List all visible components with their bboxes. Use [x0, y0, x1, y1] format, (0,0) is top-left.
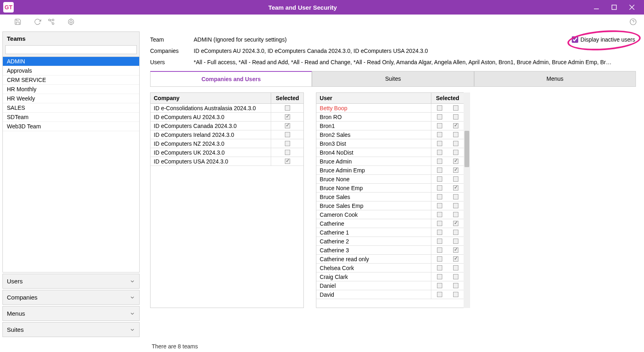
checkbox-icon[interactable] [453, 194, 458, 199]
table-row[interactable]: Bruce Sales [316, 193, 464, 201]
help-button[interactable] [627, 16, 639, 28]
checkbox-icon[interactable] [453, 221, 458, 226]
checkbox-icon[interactable] [285, 114, 290, 119]
table-row[interactable]: Bron4 NoDist [316, 148, 464, 157]
checkbox-icon[interactable] [285, 150, 290, 155]
table-row[interactable]: Betty Boop [316, 104, 464, 113]
close-button[interactable] [623, 1, 641, 13]
checkbox-icon[interactable] [285, 105, 290, 111]
checkbox-icon[interactable] [453, 203, 458, 208]
team-item[interactable]: HR Monthly [3, 85, 139, 94]
checkbox-icon[interactable] [437, 274, 442, 279]
table-row[interactable]: Bruce Admin [316, 157, 464, 166]
checkbox-icon[interactable] [437, 123, 442, 128]
tab-suites[interactable]: Suites [312, 71, 474, 86]
refresh-button[interactable] [31, 15, 44, 29]
checkbox-icon[interactable] [437, 212, 442, 217]
checkbox-icon[interactable] [453, 114, 458, 119]
checkbox-icon[interactable] [437, 292, 442, 297]
checkbox-icon[interactable] [453, 105, 458, 111]
table-row[interactable]: Catherine read only [316, 255, 464, 264]
checkbox-icon[interactable] [453, 292, 458, 297]
checkbox-icon[interactable] [453, 141, 458, 146]
checkbox-icon[interactable] [437, 283, 442, 288]
team-item[interactable]: Approvals [3, 66, 139, 75]
team-item[interactable]: Web3D Team [3, 122, 139, 131]
checkbox-icon[interactable] [453, 256, 458, 262]
table-row[interactable]: ID eComputers Ireland 2024.3.0 [151, 130, 303, 139]
checkbox-icon[interactable] [437, 247, 442, 253]
table-row[interactable]: David [316, 290, 464, 299]
tab-companies-and-users[interactable]: Companies and Users [150, 71, 312, 86]
table-row[interactable]: Bruce Sales Emp [316, 201, 464, 210]
checkbox-icon[interactable] [437, 105, 442, 111]
checkbox-icon[interactable] [453, 185, 458, 191]
checkbox-icon[interactable] [437, 132, 442, 137]
checkbox-icon[interactable] [285, 141, 290, 146]
target-button[interactable] [58, 15, 84, 29]
table-row[interactable]: Catherine 1 [316, 228, 464, 237]
company-column-header[interactable]: Company [151, 93, 271, 103]
table-row[interactable]: ID eComputers USA 2024.3.0 [151, 157, 303, 166]
company-selected-header[interactable]: Selected [271, 93, 303, 103]
checkbox-icon[interactable] [437, 168, 442, 173]
checkbox-icon[interactable] [437, 239, 442, 244]
checkbox-icon[interactable] [453, 212, 458, 217]
user-column-header[interactable]: User [316, 93, 431, 103]
table-row[interactable]: Catherine 2 [316, 237, 464, 246]
checkbox-icon[interactable] [437, 256, 442, 262]
collapsed-panel-menus[interactable]: Menus [2, 306, 140, 321]
checkbox-icon[interactable] [453, 230, 458, 235]
checkbox-icon[interactable] [437, 194, 442, 199]
teams-search-input[interactable] [5, 45, 137, 54]
minimize-button[interactable] [588, 1, 605, 13]
checkbox-icon[interactable] [285, 132, 290, 137]
team-item[interactable]: ADMIN [3, 57, 139, 66]
table-row[interactable]: ID eComputers UK 2024.3.0 [151, 148, 303, 157]
checkbox-icon[interactable] [453, 274, 458, 279]
display-inactive-checkbox[interactable]: Display inactive users [572, 36, 635, 43]
checkbox-icon[interactable] [453, 283, 458, 288]
table-row[interactable]: ID eComputers AU 2024.3.0 [151, 113, 303, 122]
checkbox-icon[interactable] [453, 168, 458, 173]
tab-menus[interactable]: Menus [474, 71, 636, 86]
checkbox-icon[interactable] [453, 247, 458, 253]
table-row[interactable]: Bron3 Dist [316, 139, 464, 148]
checkbox-icon[interactable] [437, 159, 442, 164]
table-row[interactable]: Cameron Cook [316, 210, 464, 219]
checkbox-icon[interactable] [453, 239, 458, 244]
user-selected-header[interactable]: Selected [431, 93, 464, 103]
checkbox-icon[interactable] [453, 123, 458, 128]
checkbox-icon[interactable] [437, 265, 442, 270]
checkbox-icon[interactable] [453, 176, 458, 182]
table-row[interactable]: Bron RO [316, 113, 464, 122]
checkbox-icon[interactable] [453, 150, 458, 155]
table-row[interactable]: Catherine [316, 219, 464, 228]
team-item[interactable]: SDTeam [3, 113, 139, 122]
checkbox-icon[interactable] [453, 132, 458, 137]
table-row[interactable]: Daniel [316, 281, 464, 290]
collapsed-panel-suites[interactable]: Suites [2, 322, 140, 337]
checkbox-icon[interactable] [437, 230, 442, 235]
checkbox-icon[interactable] [437, 176, 442, 182]
checkbox-icon[interactable] [453, 265, 458, 270]
checkbox-icon[interactable] [437, 114, 442, 119]
checkbox-icon[interactable] [437, 221, 442, 226]
checkbox-icon[interactable] [437, 203, 442, 208]
checkbox-icon[interactable] [285, 123, 290, 128]
team-item[interactable]: CRM SERVICE [3, 75, 139, 85]
user-scrollbar[interactable] [464, 92, 470, 308]
table-row[interactable]: Bruce None [316, 175, 464, 184]
table-row[interactable]: ID e-Consolidations Australasia 2024.3.0 [151, 104, 303, 113]
table-row[interactable]: Chelsea Cork [316, 264, 464, 272]
table-row[interactable]: Bron2 Sales [316, 130, 464, 139]
table-row[interactable]: Catherine 3 [316, 246, 464, 255]
collapsed-panel-companies[interactable]: Companies [2, 290, 140, 305]
table-row[interactable]: ID eComputers NZ 2024.3.0 [151, 139, 303, 148]
checkbox-icon[interactable] [437, 141, 442, 146]
table-row[interactable]: Bron1 [316, 122, 464, 130]
checkbox-icon[interactable] [437, 150, 442, 155]
collapsed-panel-users[interactable]: Users [2, 274, 140, 289]
nodes-button[interactable] [44, 15, 58, 29]
checkbox-icon[interactable] [453, 159, 458, 164]
